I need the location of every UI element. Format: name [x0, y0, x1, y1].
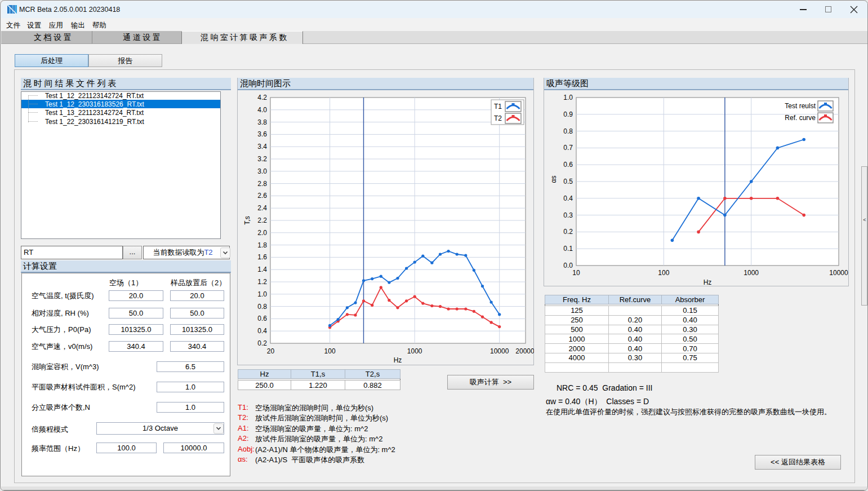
svg-text:1.0: 1.0 [257, 290, 267, 298]
svg-text:4.0: 4.0 [257, 106, 267, 114]
svg-text:1.2: 1.2 [257, 278, 267, 286]
svg-text:T1: T1 [494, 103, 502, 110]
svg-text:1.6: 1.6 [257, 253, 267, 261]
svg-text:0.5: 0.5 [563, 178, 573, 185]
svg-text:0.4: 0.4 [563, 194, 573, 202]
svg-text:1.4: 1.4 [257, 266, 267, 273]
svg-text:20000: 20000 [515, 347, 534, 355]
svg-text:0.6: 0.6 [257, 315, 267, 322]
svg-text:10000: 10000 [829, 269, 848, 277]
svg-text:Hz: Hz [704, 278, 712, 286]
svg-text:2.8: 2.8 [257, 180, 267, 188]
svg-text:2.0: 2.0 [257, 229, 267, 237]
svg-text:T2: T2 [494, 114, 502, 122]
svg-text:0.2: 0.2 [563, 228, 573, 236]
svg-text:3.6: 3.6 [257, 130, 267, 138]
svg-text:3.0: 3.0 [257, 167, 267, 175]
svg-text:10: 10 [572, 269, 580, 277]
svg-text:0.3: 0.3 [563, 211, 573, 219]
svg-text:T,s: T,s [243, 216, 251, 224]
svg-text:0.0: 0.0 [563, 262, 573, 269]
svg-text:0.9: 0.9 [563, 110, 573, 118]
svg-text:Test reulst: Test reulst [785, 102, 816, 110]
svg-text:3.2: 3.2 [257, 155, 267, 163]
svg-text:0.2: 0.2 [257, 339, 267, 347]
svg-text:1000: 1000 [407, 347, 422, 355]
svg-text:1.8: 1.8 [257, 241, 267, 249]
svg-text:3.4: 3.4 [257, 143, 267, 151]
svg-text:1000: 1000 [744, 269, 759, 277]
svg-text:0.8: 0.8 [257, 303, 267, 311]
svg-text:0.7: 0.7 [563, 144, 573, 152]
svg-text:1.0: 1.0 [563, 94, 573, 101]
svg-text:2.2: 2.2 [257, 216, 267, 224]
svg-text:αs: αs [550, 176, 558, 183]
svg-text:2.6: 2.6 [257, 192, 267, 200]
svg-text:3.8: 3.8 [257, 118, 267, 126]
svg-text:10000: 10000 [490, 347, 509, 355]
svg-text:0.1: 0.1 [563, 245, 573, 253]
svg-text:Hz: Hz [394, 356, 402, 364]
svg-text:0.4: 0.4 [257, 327, 267, 335]
svg-text:4.2: 4.2 [257, 94, 267, 101]
svg-text:0.8: 0.8 [563, 127, 573, 135]
svg-text:2.4: 2.4 [257, 204, 267, 212]
svg-text:0.6: 0.6 [563, 161, 573, 169]
svg-text:Ref. curve: Ref. curve [785, 114, 816, 122]
svg-text:100: 100 [658, 269, 669, 277]
svg-text:100: 100 [324, 347, 336, 355]
svg-text:20: 20 [267, 347, 275, 355]
